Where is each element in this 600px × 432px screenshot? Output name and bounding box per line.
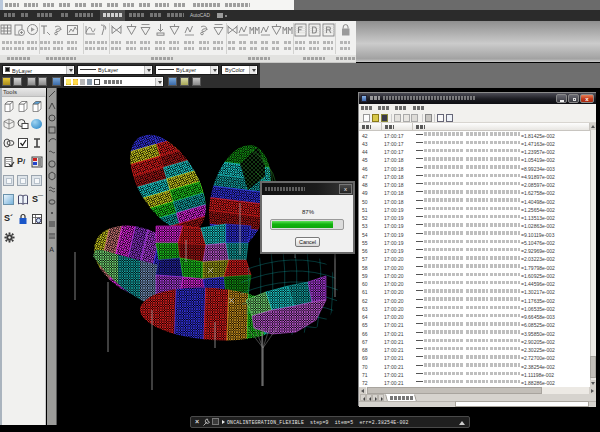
svg-text:A: A <box>49 246 54 253</box>
